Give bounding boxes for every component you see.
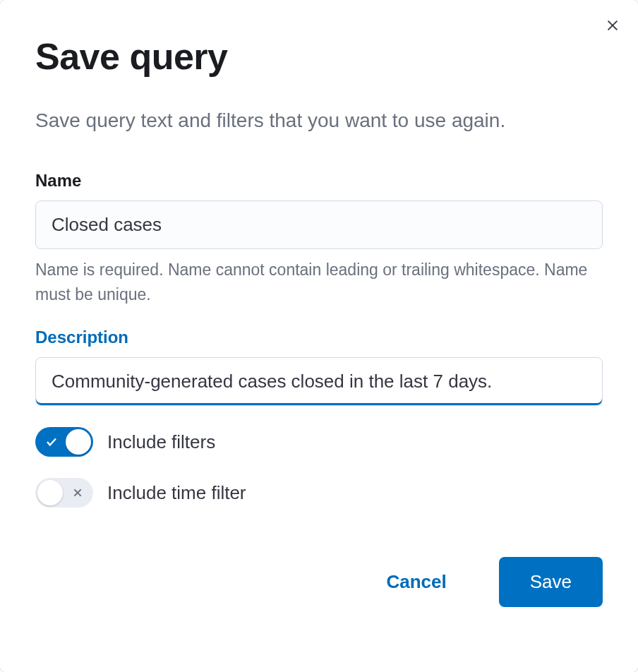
include-filters-toggle-group: Include filters: [35, 427, 603, 457]
name-label: Name: [35, 171, 603, 191]
toggle-thumb: [66, 429, 91, 455]
cancel-button[interactable]: Cancel: [355, 557, 477, 607]
name-field-group: Name Name is required. Name cannot conta…: [35, 171, 603, 306]
include-filters-toggle[interactable]: [35, 427, 93, 457]
description-label: Description: [35, 328, 603, 347]
modal-subtitle: Save query text and filters that you wan…: [35, 106, 603, 136]
description-input[interactable]: [35, 357, 603, 406]
save-query-modal: Save query Save query text and filters t…: [0, 0, 638, 672]
close-button[interactable]: [601, 14, 624, 37]
close-icon: [605, 18, 620, 33]
include-time-filter-toggle-group: Include time filter: [35, 478, 603, 508]
toggle-thumb: [37, 480, 63, 505]
check-icon: [45, 436, 58, 448]
include-time-filter-label: Include time filter: [107, 482, 246, 504]
modal-title: Save query: [35, 35, 603, 78]
include-time-filter-toggle[interactable]: [35, 478, 93, 508]
description-field-group: Description: [35, 328, 603, 406]
name-help-text: Name is required. Name cannot contain le…: [35, 258, 603, 306]
include-filters-label: Include filters: [107, 431, 215, 453]
save-button[interactable]: Save: [499, 557, 603, 607]
name-input[interactable]: [35, 200, 603, 249]
button-row: Cancel Save: [35, 557, 603, 607]
x-icon: [72, 487, 83, 498]
